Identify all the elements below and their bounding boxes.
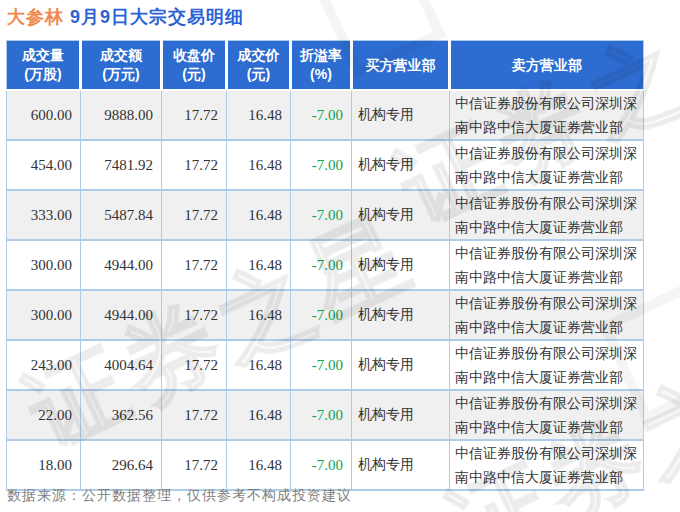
- data-source-note: 数据来源：公开数据整理，仅供参考不构成投资建议: [7, 487, 352, 505]
- cell-buyer: 机构专用: [352, 290, 450, 340]
- table-row: 300.00 4944.00 17.72 16.48 -7.00 机构专用 中信…: [7, 290, 644, 340]
- cell-price: 16.48: [227, 290, 291, 340]
- cell-price: 16.48: [227, 440, 291, 490]
- cell-seller: 中信证券股份有限公司深圳深南中路中信大厦证券营业部: [450, 440, 644, 490]
- col-header-buyer: 买方营业部: [352, 41, 450, 91]
- cell-seller: 中信证券股份有限公司深圳深南中路中信大厦证券营业部: [450, 340, 644, 390]
- cell-premium: -7.00: [291, 240, 352, 290]
- cell-close: 17.72: [162, 340, 227, 390]
- title-detail: 9月9日大宗交易明细: [70, 7, 244, 27]
- block-trade-table: 成交量(万股) 成交额(万元) 收盘价(元) 成交价(元) 折溢率(%) 买方营…: [6, 40, 644, 491]
- cell-buyer: 机构专用: [352, 440, 450, 490]
- col-header-premium: 折溢率(%): [291, 41, 352, 91]
- cell-price: 16.48: [227, 90, 291, 140]
- cell-premium: -7.00: [291, 90, 352, 140]
- cell-seller: 中信证券股份有限公司深圳深南中路中信大厦证券营业部: [450, 240, 644, 290]
- cell-price: 16.48: [227, 340, 291, 390]
- cell-price: 16.48: [227, 140, 291, 190]
- cell-amount: 9888.00: [81, 90, 162, 140]
- col-header-price: 成交价(元): [227, 41, 291, 91]
- cell-seller: 中信证券股份有限公司深圳深南中路中信大厦证券营业部: [450, 190, 644, 240]
- cell-premium: -7.00: [291, 390, 352, 440]
- cell-close: 17.72: [162, 290, 227, 340]
- cell-premium: -7.00: [291, 290, 352, 340]
- table-row: 22.00 362.56 17.72 16.48 -7.00 机构专用 中信证券…: [7, 390, 644, 440]
- table-row: 600.00 9888.00 17.72 16.48 -7.00 机构专用 中信…: [7, 90, 644, 140]
- cell-close: 17.72: [162, 240, 227, 290]
- cell-seller: 中信证券股份有限公司深圳深南中路中信大厦证券营业部: [450, 140, 644, 190]
- cell-volume: 18.00: [7, 440, 81, 490]
- cell-buyer: 机构专用: [352, 140, 450, 190]
- cell-premium: -7.00: [291, 190, 352, 240]
- cell-amount: 4944.00: [81, 240, 162, 290]
- cell-volume: 600.00: [7, 90, 81, 140]
- cell-amount: 4004.64: [81, 340, 162, 390]
- page-title: 大参林9月9日大宗交易明细: [7, 5, 244, 29]
- col-header-close: 收盘价(元): [162, 41, 227, 91]
- cell-price: 16.48: [227, 240, 291, 290]
- col-header-volume: 成交量(万股): [7, 41, 81, 91]
- cell-close: 17.72: [162, 440, 227, 490]
- col-header-amount: 成交额(万元): [81, 41, 162, 91]
- table-header-row: 成交量(万股) 成交额(万元) 收盘价(元) 成交价(元) 折溢率(%) 买方营…: [7, 41, 644, 91]
- stock-name: 大参林: [7, 7, 64, 27]
- cell-buyer: 机构专用: [352, 390, 450, 440]
- cell-volume: 333.00: [7, 190, 81, 240]
- cell-amount: 362.56: [81, 390, 162, 440]
- col-header-seller: 卖方营业部: [450, 41, 644, 91]
- cell-premium: -7.00: [291, 340, 352, 390]
- cell-amount: 296.64: [81, 440, 162, 490]
- cell-volume: 243.00: [7, 340, 81, 390]
- cell-close: 17.72: [162, 390, 227, 440]
- cell-seller: 中信证券股份有限公司深圳深南中路中信大厦证券营业部: [450, 90, 644, 140]
- cell-price: 16.48: [227, 190, 291, 240]
- cell-amount: 7481.92: [81, 140, 162, 190]
- cell-volume: 454.00: [7, 140, 81, 190]
- cell-buyer: 机构专用: [352, 340, 450, 390]
- cell-volume: 22.00: [7, 390, 81, 440]
- cell-buyer: 机构专用: [352, 190, 450, 240]
- cell-volume: 300.00: [7, 240, 81, 290]
- cell-volume: 300.00: [7, 290, 81, 340]
- cell-price: 16.48: [227, 390, 291, 440]
- cell-close: 17.72: [162, 140, 227, 190]
- cell-seller: 中信证券股份有限公司深圳深南中路中信大厦证券营业部: [450, 290, 644, 340]
- cell-amount: 4944.00: [81, 290, 162, 340]
- cell-buyer: 机构专用: [352, 240, 450, 290]
- table-row: 243.00 4004.64 17.72 16.48 -7.00 机构专用 中信…: [7, 340, 644, 390]
- table-row: 300.00 4944.00 17.72 16.48 -7.00 机构专用 中信…: [7, 240, 644, 290]
- table-row: 454.00 7481.92 17.72 16.48 -7.00 机构专用 中信…: [7, 140, 644, 190]
- cell-premium: -7.00: [291, 440, 352, 490]
- cell-premium: -7.00: [291, 140, 352, 190]
- cell-close: 17.72: [162, 90, 227, 140]
- cell-seller: 中信证券股份有限公司深圳深南中路中信大厦证券营业部: [450, 390, 644, 440]
- cell-close: 17.72: [162, 190, 227, 240]
- cell-amount: 5487.84: [81, 190, 162, 240]
- table-row: 18.00 296.64 17.72 16.48 -7.00 机构专用 中信证券…: [7, 440, 644, 490]
- cell-buyer: 机构专用: [352, 90, 450, 140]
- table-row: 333.00 5487.84 17.72 16.48 -7.00 机构专用 中信…: [7, 190, 644, 240]
